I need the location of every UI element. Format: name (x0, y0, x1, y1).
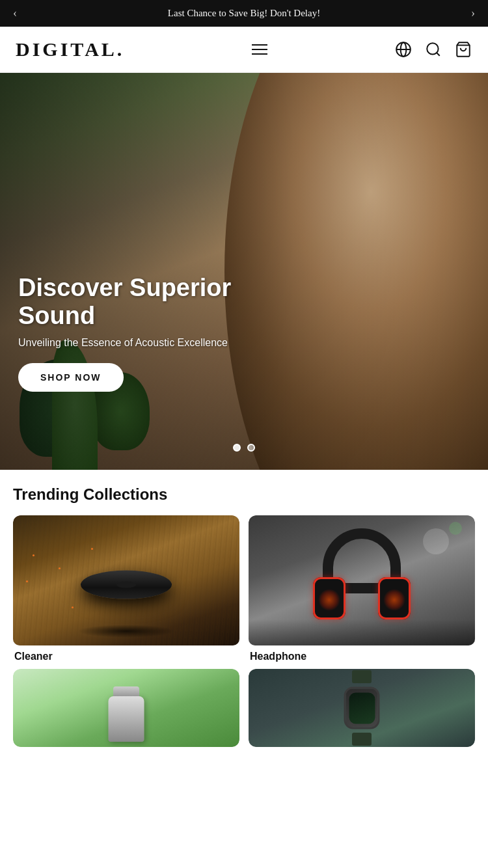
cart-icon[interactable] (454, 40, 472, 59)
blender-body (109, 696, 144, 742)
speck-4 (26, 580, 28, 582)
product-card-blender[interactable] (13, 669, 239, 747)
prev-announcement-button[interactable]: ‹ (13, 7, 17, 20)
headphone-glow-left (318, 589, 340, 611)
cleaner-shadow (77, 625, 175, 638)
speck-1 (33, 554, 34, 556)
speck-3 (91, 548, 93, 550)
announcement-text: Last Chance to Save Big! Don't Delay! (168, 8, 320, 19)
cleaner-label: Cleaner (13, 651, 239, 662)
product-card-cleaner[interactable]: Cleaner (13, 515, 239, 662)
svg-line-4 (437, 53, 440, 56)
globe-icon[interactable] (394, 40, 413, 59)
cleaner-disc-center (116, 582, 136, 588)
blender-top (113, 686, 139, 696)
watch-band-top (352, 670, 372, 683)
blender-image (13, 669, 239, 747)
carousel-dot-2[interactable] (247, 444, 255, 452)
watch-image (249, 669, 475, 747)
hero-content: Discover Superior Sound Unveiling the Es… (18, 274, 291, 392)
shelf-shadow (249, 619, 475, 645)
header: DIGITAL. (0, 27, 488, 73)
product-card-headphone[interactable]: Headphone (249, 515, 475, 662)
watch-band-bottom (352, 733, 372, 746)
watch-body (344, 687, 380, 729)
headphone-image (249, 515, 475, 645)
speck-5 (72, 606, 74, 608)
svg-point-3 (427, 43, 438, 54)
hero-title: Discover Superior Sound (18, 274, 291, 331)
cleaner-disc (81, 571, 172, 599)
hero-carousel-dots (233, 444, 255, 452)
bg-blur-1 (423, 528, 449, 554)
menu-button[interactable] (252, 44, 267, 55)
watch-screen (349, 692, 375, 724)
announcement-bar: ‹ Last Chance to Save Big! Don't Delay! … (0, 0, 488, 27)
bg-blur-2 (449, 522, 462, 535)
shop-now-button[interactable]: SHOP NOW (18, 363, 124, 392)
speck-2 (59, 567, 61, 569)
carousel-dot-1[interactable] (233, 444, 241, 452)
hero-overlay (0, 73, 488, 470)
header-icons (394, 40, 472, 59)
headphone-glow-right (383, 589, 405, 611)
logo: DIGITAL. (16, 38, 124, 61)
hero-subtitle: Unveiling the Essence of Acoustic Excell… (18, 337, 291, 349)
bottom-products-row (0, 669, 488, 760)
trending-grid: Cleaner Headphone (13, 515, 475, 662)
headphone-label: Headphone (249, 651, 475, 662)
trending-section: Trending Collections Cleaner (0, 470, 488, 669)
cleaner-image (13, 515, 239, 645)
product-card-watch[interactable] (249, 669, 475, 747)
hero-section: Discover Superior Sound Unveiling the Es… (0, 73, 488, 470)
trending-title: Trending Collections (13, 485, 475, 504)
search-icon[interactable] (424, 40, 442, 59)
next-announcement-button[interactable]: › (471, 7, 475, 20)
